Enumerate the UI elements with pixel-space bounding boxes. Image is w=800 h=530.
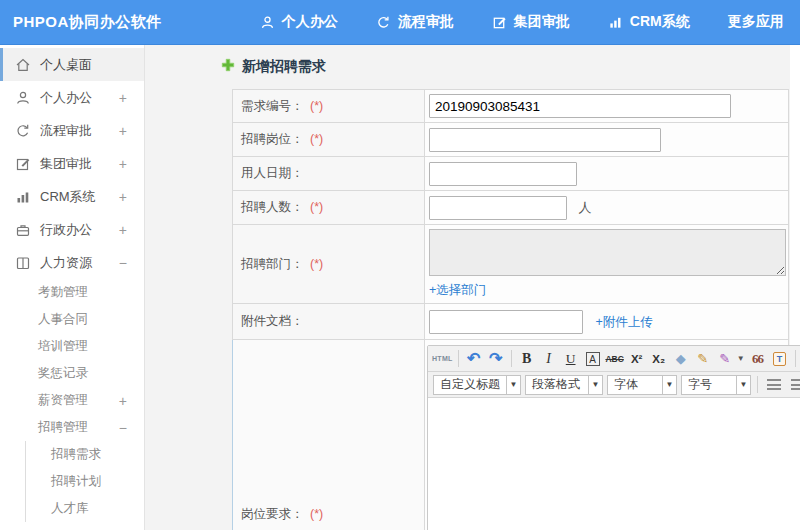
field-label: 需求编号： (241, 99, 304, 113)
sidebar-item-personal-office[interactable]: 个人办公 + (0, 81, 144, 114)
field-label: 岗位要求： (241, 507, 304, 521)
align-left-icon[interactable] (767, 379, 781, 390)
expand-plus-icon: + (119, 393, 127, 409)
underline-button[interactable]: U (561, 349, 581, 369)
toolbar-separator (458, 350, 459, 367)
subscript-button[interactable]: X₂ (649, 349, 669, 369)
flow-icon (15, 123, 31, 139)
bold-button[interactable]: B (517, 349, 537, 369)
nav-item-personal-office[interactable]: 个人办公 (260, 13, 338, 31)
toolbar-separator (795, 350, 796, 367)
sidebar-item-label: 人力资源 (40, 254, 92, 272)
expand-plus-icon: + (119, 90, 127, 106)
html-source-button[interactable]: HTML (432, 349, 453, 369)
sidebar-item-recruit-plan[interactable]: 招聘计划 (26, 468, 144, 495)
editor-toolbar-row1: HTML ↶ ↷ B I U A ABC X² X₂ ◆ (428, 346, 800, 372)
sidebar-item-label: 行政办公 (40, 221, 92, 239)
nav-item-group-approval[interactable]: 集团审批 (492, 13, 570, 31)
sidebar-item-crm-system[interactable]: CRM系统 + (0, 180, 144, 213)
strikethrough-button[interactable]: ABC (605, 349, 625, 369)
editor-toolbar-row2: 自定义标题 ▼ 段落格式 ▼ 字体 ▼ 字号 ▼ (428, 372, 800, 398)
hire-date-input[interactable] (429, 162, 577, 186)
department-textarea[interactable] (429, 229, 786, 276)
headcount-unit-label: 人 (578, 200, 591, 215)
sidebar-item-talent-pool[interactable]: 人才库 (26, 495, 144, 522)
expand-plus-icon: + (119, 222, 127, 238)
toolbar-separator (511, 350, 512, 367)
nav-item-more-apps[interactable]: 更多应用 (728, 13, 800, 31)
nav-item-label: 流程审批 (398, 13, 454, 31)
sidebar-item-attendance-mgmt[interactable]: 考勤管理 (0, 279, 144, 306)
chart-icon (15, 189, 31, 205)
superscript-button[interactable]: X² (627, 349, 647, 369)
chart-icon (608, 15, 623, 30)
custom-title-select[interactable]: 自定义标题 ▼ (433, 375, 521, 395)
sidebar-item-salary-mgmt[interactable]: 薪资管理 + (0, 387, 144, 414)
person-icon (15, 90, 31, 106)
form-row-position: 招聘岗位： (*) (233, 123, 789, 157)
home-icon (15, 57, 31, 73)
collapse-minus-icon: − (119, 420, 127, 436)
form-row-department: 招聘部门： (*) +选择部门 (233, 225, 789, 304)
main-content: 新增招聘需求 需求编号： (*) 招聘岗位： (*) 用人日期： (145, 45, 800, 530)
field-label: 招聘人数： (241, 200, 304, 214)
field-label: 招聘部门： (241, 257, 304, 271)
sidebar-item-reward-punishment[interactable]: 奖惩记录 (0, 360, 144, 387)
sidebar-item-training-mgmt[interactable]: 培训管理 (0, 333, 144, 360)
position-input[interactable] (429, 128, 661, 152)
nav-item-crm-system[interactable]: CRM系统 (608, 13, 690, 31)
required-mark: (*) (310, 257, 323, 271)
sidebar-item-label: 个人桌面 (40, 56, 92, 74)
color-pen-caret-icon[interactable]: ▼ (737, 354, 745, 363)
char-border-button[interactable]: A (583, 349, 603, 369)
italic-button[interactable]: I (539, 349, 559, 369)
sidebar-item-admin-office[interactable]: 行政办公 + (0, 213, 144, 246)
format-brush-button[interactable]: ✎ (693, 349, 713, 369)
redo-button[interactable]: ↷ (486, 349, 506, 369)
paste-word-button[interactable]: T (770, 349, 790, 369)
nav-item-label: 个人办公 (282, 13, 338, 31)
sidebar-item-human-resources[interactable]: 人力资源 − (0, 246, 144, 279)
sidebar-item-hr-contract[interactable]: 人事合同 (0, 306, 144, 333)
required-mark: (*) (310, 99, 323, 113)
app-brand: PHPOA协同办公软件 (13, 13, 162, 32)
sidebar-item-personal-desktop[interactable]: 个人桌面 (0, 48, 144, 81)
sidebar-item-group-approval[interactable]: 集团审批 + (0, 147, 144, 180)
font-family-select[interactable]: 字体 ▼ (607, 375, 677, 395)
page-title: 新增招聘需求 (242, 58, 326, 76)
rich-text-editor: HTML ↶ ↷ B I U A ABC X² X₂ ◆ (427, 345, 800, 530)
attachment-input[interactable] (429, 310, 583, 334)
required-mark: (*) (310, 132, 323, 146)
expand-plus-icon: + (119, 123, 127, 139)
edit-icon (492, 15, 507, 30)
sidebar-submenu-recruit: 招聘需求 招聘计划 人才库 (25, 441, 144, 522)
page-title-row: 新增招聘需求 (221, 58, 800, 76)
headcount-input[interactable] (429, 196, 567, 220)
editor-content-area[interactable] (428, 398, 800, 530)
sidebar-item-workflow-approval[interactable]: 流程审批 + (0, 114, 144, 147)
book-icon (15, 255, 31, 271)
sidebar-item-recruit-mgmt[interactable]: 招聘管理 − (0, 414, 144, 441)
align-center-icon[interactable] (791, 379, 800, 390)
nav-item-workflow-approval[interactable]: 流程审批 (376, 13, 454, 31)
form-row-hire-date: 用人日期： (233, 157, 789, 191)
eraser-button[interactable]: ◆ (671, 349, 691, 369)
paragraph-format-select[interactable]: 段落格式 ▼ (525, 375, 603, 395)
color-pen-button[interactable]: ✎ (715, 349, 735, 369)
add-plus-icon (221, 58, 235, 76)
caret-down-icon: ▼ (507, 375, 521, 395)
attachment-upload-link[interactable]: +附件上传 (595, 315, 652, 329)
sidebar-item-recruit-requirement[interactable]: 招聘需求 (26, 441, 144, 468)
sidebar-item-label: 流程审批 (40, 122, 92, 140)
blockquote-button[interactable]: 66 (748, 349, 768, 369)
sidebar-item-label: 奖惩记录 (38, 365, 88, 382)
caret-down-icon: ▼ (663, 375, 677, 395)
font-size-select[interactable]: 字号 ▼ (681, 375, 751, 395)
select-department-link[interactable]: +选择部门 (429, 282, 486, 299)
toolbar-separator (757, 376, 758, 393)
sidebar-item-label: 个人办公 (40, 89, 92, 107)
undo-button[interactable]: ↶ (464, 349, 484, 369)
requirement-no-input[interactable] (429, 94, 731, 118)
sidebar-item-label: 招聘计划 (51, 473, 101, 490)
nav-item-label: 集团审批 (514, 13, 570, 31)
